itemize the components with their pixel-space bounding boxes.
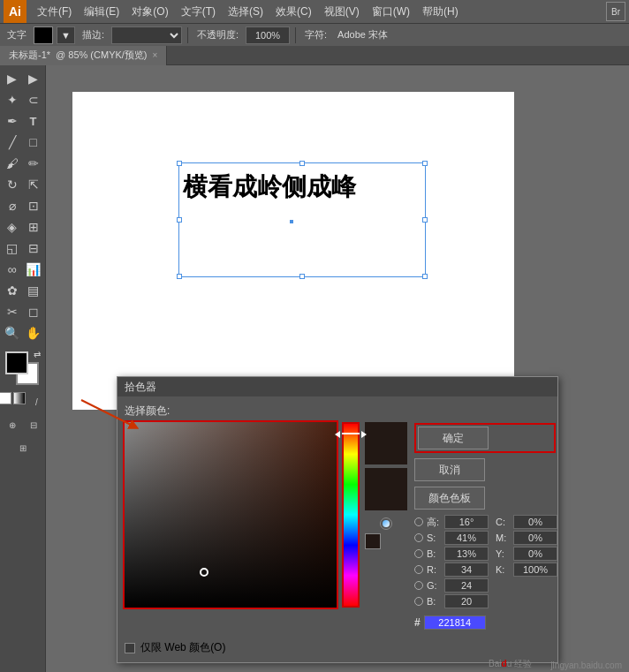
cp-input-k[interactable] <box>513 563 557 577</box>
cp-hex-label: # <box>414 616 421 629</box>
selection-tool[interactable]: ▶ <box>3 69 22 88</box>
cp-web-only-checkbox[interactable] <box>125 643 135 653</box>
cp-input-g[interactable] <box>444 578 489 593</box>
cp-radio-b[interactable] <box>414 549 423 558</box>
hue-arrow <box>335 431 340 438</box>
gradient-tool[interactable]: ◱ <box>3 238 22 258</box>
lasso-tool[interactable]: ⊂ <box>24 90 43 109</box>
cp-radio-b2[interactable] <box>414 597 423 606</box>
extra-tool[interactable]: ⊞ <box>13 438 33 457</box>
slice-tool[interactable]: ✂ <box>3 302 22 321</box>
cp-gradient-cursor[interactable] <box>200 568 208 577</box>
cp-radio-h[interactable] <box>414 517 423 526</box>
handle-bot-left[interactable] <box>177 274 182 279</box>
stroke-label: 描边: <box>79 28 108 42</box>
tool-row-brush: 🖌 ✏ <box>3 154 43 173</box>
scale-tool[interactable]: ⇱ <box>24 175 43 194</box>
color-swatch-toolbar[interactable] <box>34 26 53 44</box>
cp-radio-s[interactable] <box>414 533 423 542</box>
menu-file[interactable]: 文件(F) <box>32 3 77 21</box>
cp-radio-g[interactable] <box>414 581 423 590</box>
handle-top-mid[interactable] <box>299 161 305 166</box>
color-picker-titlebar: 拾色器 <box>117 377 557 396</box>
menu-edit[interactable]: 编辑(E) <box>79 3 125 21</box>
web-color-indicator <box>365 517 407 530</box>
hand-tool[interactable]: ✋ <box>24 323 43 343</box>
cp-hue-strip[interactable] <box>342 422 360 608</box>
cp-hex-input[interactable] <box>424 615 486 630</box>
cp-gradient-overlay <box>125 422 337 608</box>
tab-close-btn[interactable]: × <box>153 50 158 60</box>
normal-mode-btn[interactable] <box>0 392 11 404</box>
eraser-tool[interactable]: ◻ <box>24 302 43 321</box>
handle-top-left[interactable] <box>177 161 182 166</box>
main-layout: ▶ ▶ ✦ ⊂ ✒ T ╱ □ 🖌 ✏ ↻ ⇱ ⌀ ⊡ ◈ ⊞ <box>0 65 629 672</box>
cp-input-c[interactable] <box>513 515 557 529</box>
handle-mid-left[interactable] <box>177 217 182 223</box>
handle-top-right[interactable] <box>422 161 428 166</box>
perspective-tool[interactable]: ⊞ <box>24 217 43 237</box>
chart-tool[interactable]: 📊 <box>24 260 43 279</box>
handle-mid-right[interactable] <box>422 217 428 223</box>
menu-text[interactable]: 文字(T) <box>176 3 221 21</box>
handle-bot-right[interactable] <box>422 274 428 279</box>
menu-window[interactable]: 窗口(W) <box>367 3 415 21</box>
foreground-color-swatch[interactable] <box>5 351 28 374</box>
menu-view[interactable]: 视图(V) <box>319 3 365 21</box>
shape-builder-tool[interactable]: ◈ <box>3 217 22 237</box>
symbol-sprayer-tool[interactable]: ✿ <box>3 281 22 300</box>
cp-gradient-picker[interactable] <box>125 422 337 608</box>
column-graph-tool[interactable]: ▤ <box>24 281 43 300</box>
zoom-tool[interactable]: 🔍 <box>3 323 22 343</box>
full-screen-mode-btn[interactable]: / <box>27 392 47 412</box>
magic-wand-tool[interactable]: ✦ <box>3 90 22 109</box>
menu-object[interactable]: 对象(O) <box>126 3 173 21</box>
blend-tool[interactable]: ∞ <box>3 260 22 279</box>
cp-label-y: Y: <box>496 548 510 559</box>
cp-input-h[interactable] <box>444 515 489 529</box>
swap-colors-btn[interactable]: ⇄ <box>34 350 41 359</box>
text-selection-box[interactable]: 横看成岭侧成峰 <box>178 162 426 277</box>
artboard-tool[interactable]: ⊕ <box>3 415 22 434</box>
tool-row-magic: ✦ ⊂ <box>3 90 43 109</box>
print-tiling-tool[interactable]: ⊟ <box>24 415 43 434</box>
screen-mode-btn[interactable] <box>13 392 26 404</box>
rotate-tool[interactable]: ↻ <box>3 175 22 194</box>
cp-input-b[interactable] <box>444 547 489 561</box>
ai-logo: Ai <box>4 0 27 23</box>
rect-tool[interactable]: □ <box>24 132 43 152</box>
free-transform-tool[interactable]: ⊡ <box>24 196 43 215</box>
canvas-area[interactable]: 横看成岭侧成峰 拾色器 选择颜色: <box>46 65 629 672</box>
bridge-btn[interactable]: Br <box>606 2 625 21</box>
direct-selection-tool[interactable]: ▶ <box>24 69 43 88</box>
cp-swatch-btn[interactable]: 颜色色板 <box>414 487 485 510</box>
menu-select[interactable]: 选择(S) <box>223 3 269 21</box>
opacity-input[interactable] <box>246 26 290 44</box>
menu-effect[interactable]: 效果(C) <box>270 3 317 21</box>
color-area: ⇄ <box>4 350 42 389</box>
pencil-tool[interactable]: ✏ <box>24 154 43 173</box>
cp-input-s[interactable] <box>444 531 489 545</box>
context-toolbar: 文字 ▼ 描边: 不透明度: 字符: Adobe 宋体 <box>0 23 629 46</box>
cp-input-m[interactable] <box>513 531 557 545</box>
cp-field-b: B: <box>414 547 489 561</box>
cp-radio-r[interactable] <box>414 565 423 574</box>
cp-input-y[interactable] <box>513 547 557 561</box>
stroke-select[interactable] <box>111 26 182 44</box>
cp-label-m: M: <box>496 532 510 543</box>
cp-input-r[interactable] <box>444 563 489 577</box>
more-tools: ⊞ <box>13 438 33 457</box>
cp-cancel-btn[interactable]: 取消 <box>414 458 485 481</box>
document-tab[interactable]: 未标题-1* @ 85% (CMYK/预览) × <box>0 46 167 65</box>
cp-ok-btn[interactable]: 确定 <box>418 427 489 449</box>
cp-input-b2[interactable] <box>444 594 489 608</box>
warp-tool[interactable]: ⌀ <box>3 196 22 215</box>
font-size-control[interactable]: ▼ <box>57 26 75 44</box>
menu-help[interactable]: 帮助(H) <box>417 3 464 21</box>
mesh-tool[interactable]: ⊟ <box>24 238 43 258</box>
line-tool[interactable]: ╱ <box>3 132 22 152</box>
paintbrush-tool[interactable]: 🖌 <box>3 154 22 173</box>
pen-tool[interactable]: ✒ <box>3 111 22 131</box>
type-tool[interactable]: T <box>24 111 43 131</box>
handle-bot-mid[interactable] <box>299 274 305 279</box>
